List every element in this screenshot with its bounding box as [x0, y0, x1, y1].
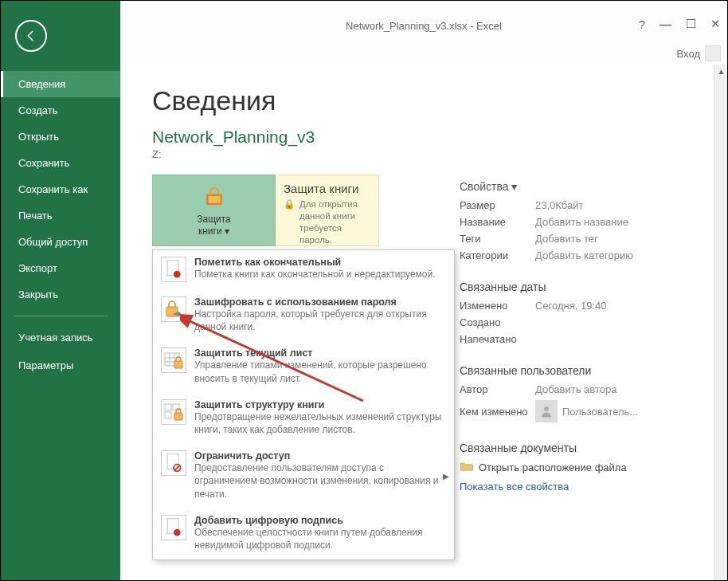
sidebar-item-info[interactable]: Сведения	[1, 71, 120, 97]
grid-lock-icon	[161, 399, 186, 425]
menu-item-title: Защитить текущий лист	[194, 347, 446, 359]
svg-rect-11	[174, 361, 182, 368]
prop-size: Размер23,0Кбайт	[460, 199, 703, 211]
scroll-up-arrow[interactable]: ▲	[714, 65, 728, 78]
prop-title[interactable]: НазваниеДобавить название	[460, 216, 703, 228]
sidebar-item-saveas[interactable]: Сохранить как	[1, 176, 120, 202]
sidebar-item-save[interactable]: Сохранить	[1, 150, 120, 176]
menu-item-desc: Управление типами изменений, которые раз…	[194, 359, 446, 384]
properties-panel: Свойства ▾ Размер23,0Кбайт НазваниеДобав…	[460, 180, 703, 493]
sign-in-link[interactable]: Вход	[677, 48, 700, 60]
menu-item-title: Пометить как окончательный	[194, 257, 446, 268]
svg-rect-0	[207, 195, 221, 204]
close-button[interactable]: ✕	[710, 17, 721, 31]
menu-item-digital-signature[interactable]: Добавить цифровую подпись Обеспечение це…	[153, 508, 454, 559]
sidebar-item-label: Сведения	[18, 78, 65, 90]
sidebar-item-share[interactable]: Общий доступ	[1, 229, 120, 255]
menu-item-mark-final[interactable]: Пометить как окончательный Пометка книги…	[153, 250, 454, 290]
menu-item-title: Добавить цифровую подпись	[194, 515, 446, 526]
protect-workbook-menu: Пометить как окончательный Пометка книги…	[152, 249, 455, 560]
menu-item-desc: Обеспечение целостности книги путем доба…	[194, 526, 446, 552]
document-signature-icon	[161, 515, 186, 540]
sidebar-item-label: Экспорт	[18, 262, 57, 274]
sidebar-item-label: Параметры	[18, 359, 73, 371]
window-title: Network_Planning_v3.xlsx - Excel	[120, 20, 727, 32]
sidebar-item-close[interactable]: Закрыть	[1, 281, 120, 308]
user-avatar-placeholder[interactable]	[705, 45, 721, 61]
related-users-heading: Связанные пользователи	[460, 364, 703, 377]
document-location: Z:	[152, 148, 695, 160]
protect-banner-desc: Для открытия данной книги требуется паро…	[299, 198, 370, 246]
sidebar-item-label: Печать	[18, 210, 53, 222]
menu-item-title: Защитить структуру книги	[194, 399, 446, 410]
protect-workbook-button[interactable]: Защита книги ▾	[152, 175, 276, 246]
menu-item-desc: Настройка пароля, который требуется для …	[194, 308, 446, 333]
folder-icon	[460, 461, 474, 474]
svg-rect-5	[174, 313, 178, 315]
back-button[interactable]	[15, 20, 47, 52]
lock-key-icon	[161, 296, 186, 322]
prop-printed: Напечатано	[460, 333, 703, 345]
lock-icon	[202, 184, 226, 210]
related-docs-heading: Связанные документы	[460, 442, 703, 454]
sidebar-item-export[interactable]: Экспорт	[1, 255, 120, 281]
sidebar-item-label: Закрыть	[18, 289, 58, 300]
sidebar-item-label: Сохранить	[18, 157, 70, 169]
backstage-sidebar: Сведения Создать Открыть Сохранить Сохра…	[1, 1, 120, 580]
sidebar-item-options[interactable]: Параметры	[1, 352, 120, 379]
svg-rect-15	[174, 413, 182, 420]
menu-item-encrypt-password[interactable]: Зашифровать с использованием пароля Наст…	[153, 290, 454, 341]
related-dates-heading: Связанные даты	[460, 281, 703, 293]
vertical-scrollbar[interactable]: ▲	[714, 65, 727, 580]
sidebar-item-open[interactable]: Открыть	[1, 124, 120, 150]
sheet-lock-icon	[161, 347, 186, 373]
minimize-button[interactable]: —	[660, 18, 671, 31]
menu-item-title: Зашифровать с использованием пароля	[194, 296, 446, 308]
svg-rect-12	[165, 404, 171, 410]
menu-item-restrict-access[interactable]: Ограничить доступ Предоставление пользов…	[153, 444, 454, 508]
document-restrict-icon	[161, 450, 186, 476]
svg-point-20	[174, 528, 181, 536]
svg-rect-3	[166, 307, 178, 316]
sidebar-separator	[14, 316, 108, 316]
prop-categories[interactable]: КатегорииДобавить категорию	[460, 249, 703, 261]
help-button[interactable]: ?	[639, 18, 645, 31]
sidebar-item-print[interactable]: Печать	[1, 202, 120, 229]
menu-item-desc: Предоставление пользователям доступа с о…	[194, 461, 446, 501]
document-ribbon-icon	[161, 257, 186, 282]
sidebar-item-label: Открыть	[18, 131, 59, 143]
prop-changed-by: Кем изменено Пользователь...	[460, 400, 703, 422]
sidebar-item-label: Сохранить как	[18, 183, 88, 195]
sidebar-item-account[interactable]: Учетная запись	[1, 324, 120, 352]
prop-author[interactable]: АвторДобавить автора	[460, 383, 703, 395]
sidebar-item-label: Учетная запись	[18, 332, 93, 343]
protect-banner: Защита книги 🔒 Для открытия данной книги…	[276, 175, 379, 246]
page-heading: Сведения	[152, 85, 695, 116]
protect-button-label-line1: Защита	[197, 214, 231, 225]
properties-heading[interactable]: Свойства ▾	[460, 180, 703, 193]
lock-icon: 🔒	[284, 198, 295, 246]
svg-point-2	[174, 271, 181, 278]
titlebar: Network_Planning_v3.xlsx - Excel ? — ☐ ✕…	[120, 1, 727, 65]
sidebar-item-label: Создать	[18, 104, 57, 116]
menu-item-desc: Предотвращение нежелательных изменений с…	[194, 410, 446, 436]
menu-item-desc: Пометка книги как окончательной и нереда…	[194, 268, 446, 281]
menu-item-protect-sheet[interactable]: Защитить текущий лист Управление типами …	[153, 341, 454, 392]
svg-rect-14	[165, 412, 171, 418]
svg-point-21	[544, 406, 549, 411]
prop-created: Создано	[460, 316, 703, 328]
sidebar-item-label: Общий доступ	[18, 236, 88, 248]
prop-modified: ИзмененоСегодня, 19:40	[460, 300, 703, 312]
user-avatar-icon	[535, 400, 558, 422]
maximize-button[interactable]: ☐	[686, 17, 696, 31]
open-file-location[interactable]: Открыть расположение файла	[460, 461, 703, 474]
protect-button-label-line2: книги ▾	[198, 226, 229, 237]
document-name: Network_Planning_v3	[152, 128, 695, 147]
prop-tags[interactable]: ТегиДобавить тег	[460, 233, 703, 245]
menu-item-title: Ограничить доступ	[194, 450, 446, 461]
show-all-properties[interactable]: Показать все свойства	[460, 481, 703, 493]
sidebar-item-new[interactable]: Создать	[1, 97, 120, 124]
menu-item-protect-structure[interactable]: Защитить структуру книги Предотвращение …	[153, 393, 454, 444]
changed-by-user: Пользователь...	[562, 406, 638, 418]
svg-rect-16	[167, 454, 178, 469]
